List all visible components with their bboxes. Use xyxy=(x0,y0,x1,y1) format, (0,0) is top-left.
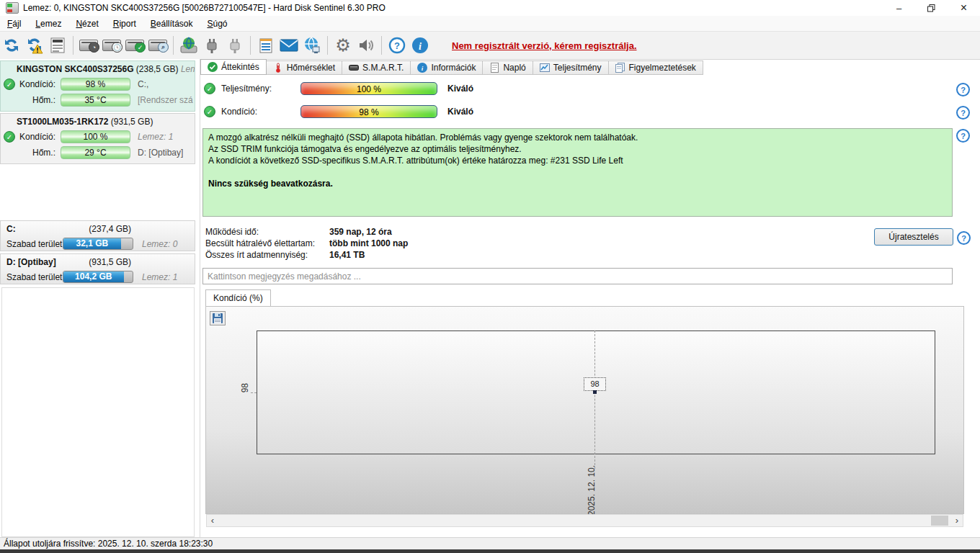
partition-disk-ref: Lemez: 0 xyxy=(142,239,177,249)
email-button[interactable] xyxy=(278,35,300,56)
performance-label: Teljesítmény: xyxy=(221,84,300,94)
free-space-bar: 104,2 GB xyxy=(63,271,133,283)
disk-test-button[interactable]: ◔ xyxy=(78,35,99,56)
network-globe-icon xyxy=(303,36,321,55)
disk-number: Lemez: 1 xyxy=(138,132,173,142)
toolbar-separator xyxy=(173,36,174,55)
plug-connect-button[interactable] xyxy=(201,35,223,56)
sound-button[interactable] xyxy=(355,35,377,56)
refresh-icon xyxy=(3,37,20,54)
comment-input[interactable] xyxy=(202,268,953,284)
check-icon: ✓ xyxy=(135,42,146,53)
retest-button[interactable]: Újratesztelés xyxy=(874,228,953,246)
plug-disconnect-button[interactable] xyxy=(224,35,246,56)
performance-ok-icon: ✓ xyxy=(204,83,215,94)
tab-attekintes[interactable]: Áttekintés xyxy=(200,59,267,75)
save-chart-button[interactable] xyxy=(210,311,226,325)
lifetime-stats: Működési idő: 359 nap, 12 óra Becsült há… xyxy=(205,226,408,261)
status-bar: Állapot utoljára frissítve: 2025. 12. 10… xyxy=(0,537,980,549)
disk-extra: Lem xyxy=(181,64,195,74)
bottom-edge xyxy=(0,549,980,553)
disk-item-seagate[interactable]: ST1000LM035-1RK172 (931,5 GB) ✓ Kondíció… xyxy=(0,113,195,164)
network-disk-button[interactable] xyxy=(178,35,200,56)
close-button[interactable]: × xyxy=(948,0,980,16)
report-icon xyxy=(50,37,66,54)
health-ok-icon: ✓ xyxy=(4,78,15,90)
condition-row: ✓ Kondíció: 98 % Kiváló xyxy=(202,104,473,119)
help-icon: ? xyxy=(388,37,406,54)
partition-name: D: [Optibay] xyxy=(6,257,56,267)
disk-name: ST1000LM035-1RK172 xyxy=(17,117,108,127)
toolbar: ◔ 🕓 ✓ ⌕ ⚙ xyxy=(0,32,980,60)
menu-riport[interactable]: Riport xyxy=(106,17,143,31)
status-text: Állapot utoljára frissítve: 2025. 12. 10… xyxy=(4,539,213,549)
menu-beallitasok[interactable]: Beállítások xyxy=(143,17,200,31)
condition-bar: 98 % xyxy=(300,105,437,118)
minimize-button[interactable]: – xyxy=(883,0,915,16)
tab-smart[interactable]: S.M.A.R.T. xyxy=(342,60,411,75)
help-icon[interactable]: ? xyxy=(956,129,970,143)
svg-text:i: i xyxy=(419,41,422,52)
performance-bar: 100 % xyxy=(300,82,437,95)
log-button[interactable] xyxy=(255,35,277,56)
y-axis-tick: 98 xyxy=(240,383,250,392)
toolbar-separator xyxy=(250,36,251,55)
disk-item-kingston[interactable]: KINGSTON SKC400S37256G (238,5 GB) Lem ✓ … xyxy=(0,60,195,112)
menu-sugo[interactable]: Súgó xyxy=(200,17,234,31)
report-button[interactable] xyxy=(47,35,68,56)
help-icon[interactable]: ? xyxy=(957,231,971,245)
disk-schedule-button[interactable]: 🕓 xyxy=(101,35,122,56)
partition-item-c[interactable]: C: (237,4 GB) Szabad terület 32,1 GB Lem… xyxy=(0,220,195,251)
restore-icon xyxy=(927,4,935,12)
restore-button[interactable] xyxy=(915,0,948,16)
register-link[interactable]: Nem regisztrált verzió, kérem regisztrál… xyxy=(452,40,637,51)
free-space-label: Szabad terület xyxy=(6,272,63,282)
plug-icon xyxy=(204,37,220,54)
partition-size: (237,4 GB) xyxy=(89,224,131,234)
x-axis-tick: 2025. 12. 10. xyxy=(587,459,597,516)
network-share-button[interactable] xyxy=(301,35,323,56)
data-point-marker xyxy=(593,390,597,394)
tab-homerseklet[interactable]: Hőmérséklet xyxy=(267,60,342,75)
scrollbar-thumb[interactable] xyxy=(931,516,948,526)
stat-value: 359 nap, 12 óra xyxy=(329,227,392,237)
minimize-icon: – xyxy=(896,3,901,14)
speaker-icon xyxy=(357,37,375,54)
tab-teljesitmeny[interactable]: Teljesítmény xyxy=(533,60,609,75)
about-button[interactable]: i xyxy=(409,35,431,56)
detail-tab-bar: Áttekintés Hőmérséklet S.M.A.R.T. i Info… xyxy=(200,59,703,75)
gear-icon: ⚙ xyxy=(335,37,351,54)
save-icon xyxy=(212,313,223,324)
chart-tab-kondicio[interactable]: Kondíció (%) xyxy=(205,289,271,306)
tab-naplo[interactable]: Napló xyxy=(483,60,533,75)
tab-informaciok[interactable]: i Információk xyxy=(411,60,483,75)
condition-value: 100 % xyxy=(61,130,130,143)
menu-nezet[interactable]: Nézet xyxy=(68,17,105,31)
toolbar-separator xyxy=(73,36,74,55)
toolbar-separator xyxy=(381,36,382,55)
chart-icon xyxy=(540,63,550,72)
scroll-right-icon[interactable]: › xyxy=(951,515,963,526)
tab-figyelmeztetesek[interactable]: Figyelmeztetések xyxy=(609,60,703,75)
health-ok-icon: ✓ xyxy=(4,131,15,143)
menu-fajl[interactable]: Fájl xyxy=(0,17,28,31)
info-icon: i xyxy=(411,37,429,54)
help-button[interactable]: ? xyxy=(386,35,408,56)
globe-disk-icon xyxy=(179,36,198,55)
help-icon[interactable]: ? xyxy=(956,83,970,96)
performance-rating: Kiváló xyxy=(447,84,473,94)
help-icon[interactable]: ? xyxy=(956,106,970,120)
scroll-left-icon[interactable]: ‹ xyxy=(207,515,218,526)
plug-off-icon xyxy=(227,37,243,54)
condition-label: Kondíció: xyxy=(15,79,55,89)
chart-horizontal-scrollbar[interactable]: ‹ › xyxy=(206,514,963,527)
disk-search-button[interactable]: ⌕ xyxy=(147,35,169,56)
close-icon: × xyxy=(961,1,967,14)
disk-ok-button[interactable]: ✓ xyxy=(124,35,146,56)
settings-button[interactable]: ⚙ xyxy=(332,35,354,56)
refresh-button[interactable] xyxy=(1,35,22,56)
partition-item-d[interactable]: D: [Optibay] (931,5 GB) Szabad terület 1… xyxy=(0,253,195,284)
refresh-warning-button[interactable] xyxy=(24,35,45,56)
menu-lemez[interactable]: Lemez xyxy=(28,17,68,31)
thermometer-icon xyxy=(275,63,281,73)
